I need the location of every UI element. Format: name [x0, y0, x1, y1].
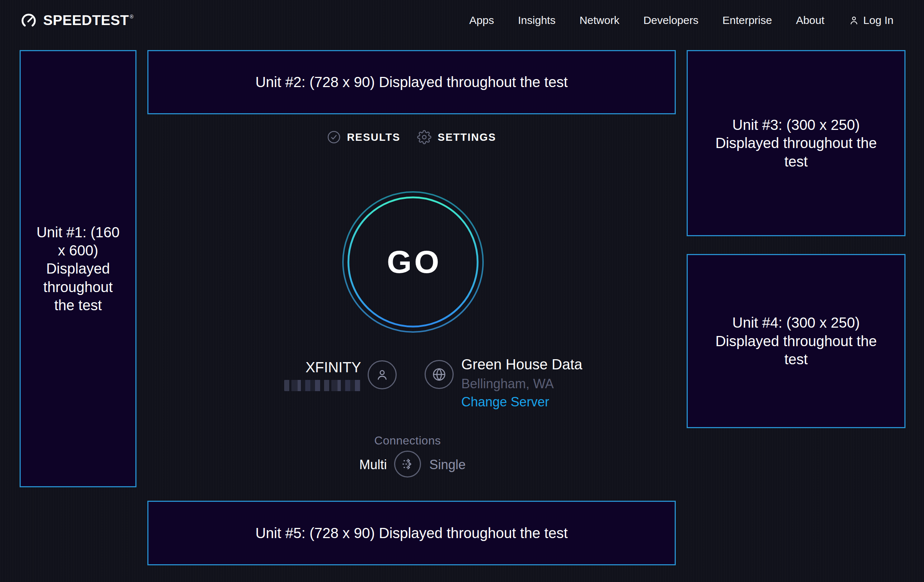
- nav-item-apps[interactable]: Apps: [469, 14, 494, 26]
- ad-unit-1-text: Unit #1: (160 x 600) Displayed throughou…: [32, 223, 124, 315]
- tab-bar: RESULTS SETTINGS: [147, 130, 676, 144]
- isp-avatar[interactable]: [368, 360, 397, 389]
- connections-single-option[interactable]: Single: [429, 457, 465, 472]
- redacted-ip: [284, 380, 361, 391]
- ad-unit-2[interactable]: Unit #2: (728 x 90) Displayed throughout…: [147, 50, 676, 114]
- ad-unit-1[interactable]: Unit #1: (160 x 600) Displayed throughou…: [20, 50, 137, 487]
- tab-settings[interactable]: SETTINGS: [417, 130, 496, 144]
- server-avatar[interactable]: [425, 360, 454, 389]
- person-icon: [848, 15, 860, 26]
- connections-multi-option[interactable]: Multi: [311, 457, 387, 472]
- go-button[interactable]: GO: [342, 191, 484, 333]
- logo-trademark: ®: [130, 14, 134, 20]
- check-circle-icon: [327, 130, 341, 144]
- tab-settings-label: SETTINGS: [438, 131, 496, 143]
- gauge-icon: [20, 12, 37, 29]
- main-nav: Apps Insights Network Developers Enterpr…: [469, 14, 894, 26]
- nav-item-insights[interactable]: Insights: [518, 14, 555, 26]
- isp-name[interactable]: XFINITY: [232, 359, 361, 376]
- connections-label: Connections: [335, 434, 480, 447]
- change-server-link[interactable]: Change Server: [461, 394, 549, 410]
- ad-unit-5-text: Unit #5: (728 x 90) Displayed throughout…: [256, 524, 568, 542]
- logo-wordmark: SPEEDTEST ®: [43, 12, 134, 28]
- nav-item-about[interactable]: About: [796, 14, 824, 26]
- server-name: Green House Data: [461, 356, 582, 373]
- tab-results[interactable]: RESULTS: [327, 130, 400, 144]
- nav-item-enterprise[interactable]: Enterprise: [722, 14, 772, 26]
- connections-toggle[interactable]: [394, 451, 421, 478]
- ad-unit-5[interactable]: Unit #5: (728 x 90) Displayed throughout…: [147, 501, 676, 565]
- go-label: GO: [342, 191, 484, 333]
- ad-unit-3[interactable]: Unit #3: (300 x 250) Displayed throughou…: [686, 50, 906, 236]
- globe-icon: [431, 366, 447, 383]
- logo-text: SPEEDTEST: [43, 12, 129, 28]
- server-location: Bellingham, WA: [461, 376, 554, 391]
- gear-icon: [417, 130, 432, 144]
- speedtest-logo[interactable]: SPEEDTEST ®: [20, 12, 134, 29]
- nav-item-developers[interactable]: Developers: [644, 14, 699, 26]
- login-label: Log In: [863, 14, 894, 26]
- ad-unit-3-text: Unit #3: (300 x 250) Displayed throughou…: [706, 116, 887, 171]
- ad-unit-4-text: Unit #4: (300 x 250) Displayed throughou…: [706, 313, 887, 368]
- person-icon: [375, 367, 390, 383]
- speedtest-app: SPEEDTEST ® Apps Insights Network Develo…: [0, 0, 924, 582]
- ad-unit-4[interactable]: Unit #4: (300 x 250) Displayed throughou…: [686, 254, 906, 428]
- tab-results-label: RESULTS: [347, 131, 400, 143]
- login-button[interactable]: Log In: [848, 14, 894, 26]
- nav-item-network[interactable]: Network: [579, 14, 619, 26]
- multi-connection-arrows-icon: [399, 456, 416, 472]
- ad-unit-2-text: Unit #2: (728 x 90) Displayed throughout…: [256, 73, 568, 91]
- top-nav: SPEEDTEST ® Apps Insights Network Develo…: [0, 0, 924, 41]
